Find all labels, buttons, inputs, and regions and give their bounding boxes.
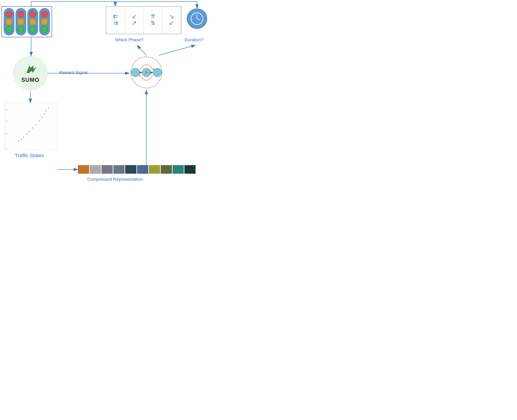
phase-arrows-4: ↘ ↙	[165, 13, 178, 28]
sumo-label: SUMO	[21, 77, 39, 83]
light-red-1	[6, 11, 13, 18]
light-yellow-1	[6, 18, 13, 25]
svg-point-40	[29, 131, 30, 132]
sumo-circle: SUMO	[13, 56, 47, 90]
phase-cell-1: ⇇ ⇉	[106, 7, 125, 34]
compressed-cell-6	[137, 165, 148, 174]
compressed-cell-5	[125, 165, 136, 174]
diagram-container: ⇇ ⇉ ↙ ↗ ⇈ ⇅ ↘ ↙	[0, 0, 258, 210]
rl-agent	[129, 55, 163, 90]
compressed-representation-label: Compressed Representation	[87, 177, 143, 182]
svg-point-44	[18, 141, 19, 142]
light-red-3	[29, 11, 36, 18]
svg-point-42	[23, 137, 24, 138]
svg-line-6	[137, 45, 146, 55]
svg-text:⇈: ⇈	[151, 13, 155, 20]
compressed-bar	[78, 165, 196, 174]
svg-point-34	[46, 110, 47, 111]
svg-text:20: 20	[6, 133, 7, 135]
svg-text:↙: ↙	[132, 13, 137, 20]
svg-text:0: 0	[6, 148, 7, 149]
traffic-light-1	[4, 8, 14, 35]
svg-point-39	[32, 128, 33, 128]
reward-signal-label: Reward Signal	[59, 70, 88, 75]
which-phase-label: Which Phase?	[115, 38, 143, 42]
svg-marker-30	[139, 75, 140, 77]
light-green-1	[6, 26, 13, 33]
light-yellow-3	[29, 18, 36, 25]
svg-text:⇉: ⇉	[113, 20, 118, 26]
compressed-cell-4	[113, 165, 125, 174]
clock-circle	[187, 8, 207, 29]
compressed-cell-2	[90, 165, 101, 174]
svg-point-38	[36, 124, 37, 125]
phase-panel: ⇇ ⇉ ↙ ↗ ⇈ ⇅ ↘ ↙	[106, 6, 181, 34]
compressed-cell-1	[78, 165, 89, 174]
light-green-4	[41, 26, 48, 33]
phase-cell-2: ↙ ↗	[125, 7, 144, 34]
sumo-logo-icon	[22, 63, 38, 76]
compressed-cell-9	[173, 165, 184, 174]
rl-network-icon	[129, 55, 163, 90]
svg-point-41	[26, 134, 27, 135]
svg-point-36	[42, 117, 43, 118]
svg-text:⇅: ⇅	[151, 20, 155, 26]
svg-marker-29	[152, 68, 154, 70]
svg-text:60: 60	[6, 109, 7, 111]
svg-point-35	[44, 113, 45, 114]
svg-marker-20	[25, 64, 37, 74]
light-yellow-4	[41, 18, 48, 25]
duration-label: Duration?	[185, 38, 203, 42]
phase-arrows-1: ⇇ ⇉	[109, 13, 122, 28]
light-green-3	[29, 26, 36, 33]
light-red-2	[17, 11, 24, 18]
compressed-cell-3	[102, 165, 113, 174]
svg-text:⇇: ⇇	[113, 13, 118, 20]
svg-line-19	[197, 19, 200, 20]
traffic-light-4	[39, 8, 50, 35]
phase-cell-4: ↘ ↙	[162, 7, 181, 34]
phase-arrows-2: ↙ ↗	[128, 13, 140, 28]
phase-cell-3: ⇈ ⇅	[144, 7, 162, 34]
svg-point-33	[48, 107, 49, 108]
svg-text:↘: ↘	[169, 13, 174, 20]
traffic-light-3	[27, 8, 38, 35]
svg-text:↙: ↙	[169, 20, 174, 26]
light-yellow-2	[17, 18, 24, 25]
compressed-cell-8	[161, 165, 172, 174]
svg-point-24	[153, 68, 162, 77]
svg-text:↗: ↗	[132, 20, 137, 26]
traffic-lights-row	[1, 6, 52, 37]
svg-text:40: 40	[6, 120, 7, 122]
svg-point-37	[39, 120, 40, 121]
svg-point-43	[21, 139, 22, 140]
light-red-4	[41, 11, 48, 18]
compressed-cell-10	[184, 165, 196, 174]
light-green-2	[17, 26, 24, 33]
svg-line-7	[159, 45, 195, 55]
scatter-plot-svg: 0 20 40 60	[5, 103, 58, 150]
clock-icon	[190, 12, 204, 26]
traffic-light-2	[15, 8, 26, 35]
traffic-states-label: Traffic States	[15, 153, 44, 158]
svg-point-22	[131, 68, 140, 77]
compressed-cell-7	[149, 165, 160, 174]
phase-arrows-3: ⇈ ⇅	[147, 13, 159, 28]
scatter-plot: 0 20 40 60	[5, 103, 58, 150]
svg-rect-32	[5, 103, 58, 150]
